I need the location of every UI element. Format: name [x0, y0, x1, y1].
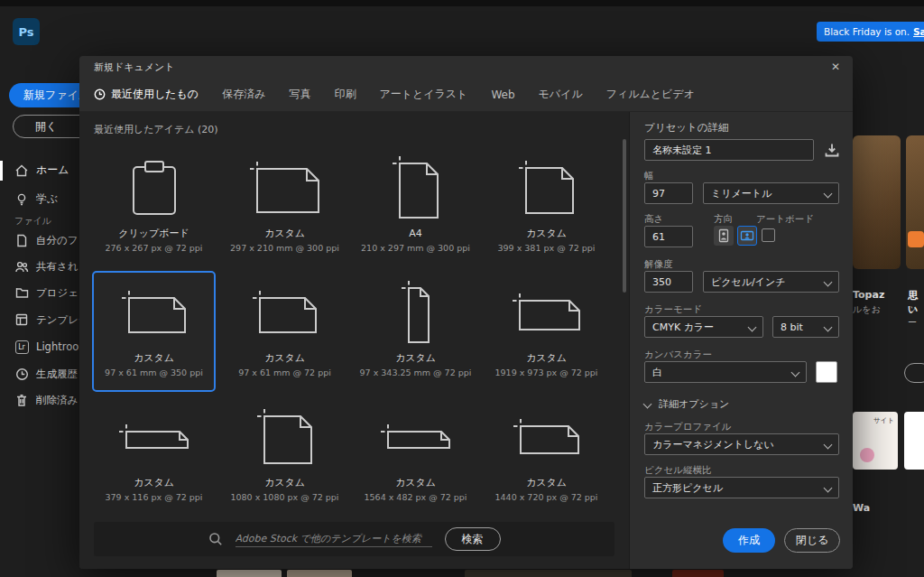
tab-saved[interactable]: 保存済み	[210, 78, 277, 112]
document-icon	[486, 273, 606, 352]
close-icon[interactable]: ✕	[827, 59, 844, 75]
clock-icon	[94, 88, 106, 100]
background-thumbnail[interactable]	[906, 135, 924, 269]
tab-label: アートとイラスト	[379, 87, 467, 102]
preset-details-title: プリセットの詳細	[644, 121, 729, 135]
promo-save-link[interactable]: Save	[913, 26, 924, 37]
preset-card[interactable]: クリップボード 276 x 267 px @ 72 ppi	[92, 146, 216, 267]
tab-mobile[interactable]: モバイル	[527, 78, 595, 112]
background-thumbnail[interactable]	[287, 570, 352, 577]
search-icon	[208, 532, 223, 546]
dialog-tabbar: 最近使用したもの 保存済み 写真 印刷 アートとイラスト Web モバイル フィ…	[79, 78, 853, 112]
preset-card-selected[interactable]: カスタム 97 x 61 mm @ 350 ppi	[92, 271, 216, 392]
preset-card[interactable]: カスタム 1080 x 1080 px @ 72 ppi	[223, 396, 346, 517]
width-input[interactable]	[644, 182, 693, 204]
save-preset-button[interactable]	[821, 139, 843, 161]
promo-text: Black Friday is on.	[824, 26, 910, 37]
pixel-aspect-label: ピクセル縦横比	[644, 464, 711, 477]
document-icon	[225, 397, 345, 477]
tab-art[interactable]: アートとイラスト	[367, 78, 479, 112]
sidebar-item-templates[interactable]: テンプレー	[14, 312, 79, 327]
preset-card[interactable]: カスタム 97 x 61 mm @ 72 ppi	[223, 271, 346, 392]
chevron-down-icon	[824, 277, 833, 286]
chevron-down-icon	[824, 483, 833, 492]
tab-film[interactable]: フィルムとビデオ	[595, 78, 707, 112]
sidebar-item-lightroom[interactable]: Lr Lightroo	[14, 340, 79, 354]
close-dialog-button[interactable]: 閉じる	[784, 528, 840, 553]
height-input[interactable]	[644, 226, 693, 247]
tab-label: 印刷	[334, 87, 356, 102]
orientation-landscape-button[interactable]	[737, 226, 757, 246]
stock-search-input[interactable]	[236, 531, 432, 547]
sidebar-item-history[interactable]: 生成履歴	[14, 367, 79, 381]
search-button[interactable]: 検索	[445, 527, 501, 551]
color-profile-select[interactable]: カラーマネジメントしない	[644, 433, 839, 455]
color-mode-label: カラーモード	[644, 303, 702, 316]
pixel-aspect-select[interactable]: 正方形ピクセル	[644, 477, 839, 498]
create-button[interactable]: 作成	[723, 528, 775, 553]
preset-grid: クリップボード 276 x 267 px @ 72 ppi カスタム 297 x…	[88, 144, 612, 518]
document-icon	[486, 397, 606, 477]
canvas-color-value: 白	[652, 366, 662, 379]
canvas-color-swatch[interactable]	[816, 361, 837, 383]
preset-card[interactable]: カスタム 379 x 116 px @ 72 ppi	[92, 396, 216, 517]
sidebar-item-deleted[interactable]: 削除済み	[14, 393, 79, 407]
clipboard-icon	[94, 148, 214, 228]
document-icon	[225, 148, 345, 228]
background-thumbnail[interactable]	[904, 412, 924, 470]
active-item-indicator	[0, 161, 3, 181]
tab-web[interactable]: Web	[479, 78, 526, 112]
sidebar-item-label: Lightroo	[36, 340, 79, 353]
background-thumbnail[interactable]: サイト	[853, 412, 898, 470]
sidebar-item-shared[interactable]: 共有され	[14, 259, 79, 274]
sidebar-item-label: 削除済み	[36, 394, 78, 407]
chevron-down-icon	[748, 322, 757, 331]
tab-recent[interactable]: 最近使用したもの	[79, 78, 210, 112]
tab-print[interactable]: 印刷	[322, 78, 367, 112]
document-name-input[interactable]	[644, 139, 814, 161]
create-button-label: 作成	[738, 534, 760, 546]
sidebar-item-projects[interactable]: プロジェク	[14, 285, 79, 300]
tab-label: 写真	[289, 87, 310, 102]
document-icon	[356, 397, 476, 477]
canvas-color-select[interactable]: 白	[644, 361, 807, 383]
background-card-subtitle: ルをお	[853, 303, 881, 316]
dialog-titlebar: 新規ドキュメント ✕	[79, 56, 853, 78]
preset-card[interactable]: カスタム 97 x 343.25 mm @ 72 ppi	[354, 271, 477, 392]
sidebar-item-my-files[interactable]: 自分のフ	[14, 233, 79, 247]
open-label: 開く	[35, 119, 57, 135]
document-icon	[356, 148, 476, 228]
advanced-options-toggle[interactable]: 詳細オプション	[644, 397, 729, 411]
resolution-unit-select[interactable]: ピクセル/インチ	[703, 271, 839, 293]
promo-banner[interactable]: Black Friday is on. Save	[817, 22, 924, 42]
orientation-portrait-button[interactable]	[714, 226, 734, 246]
photoshop-logo-text: Ps	[18, 25, 33, 39]
preset-card[interactable]: カスタム 1440 x 720 px @ 72 ppi	[485, 396, 608, 517]
background-thumbnail[interactable]	[853, 135, 901, 269]
bit-depth-select[interactable]: 8 bit	[772, 316, 839, 338]
background-thumbnail[interactable]	[672, 570, 724, 577]
preset-card[interactable]: A4 210 x 297 mm @ 300 ppi	[354, 146, 477, 267]
width-unit-select[interactable]: ミリメートル	[703, 182, 839, 204]
canvas-color-label: カンバスカラー	[644, 349, 712, 361]
background-thumbnail[interactable]	[465, 570, 632, 577]
color-mode-select[interactable]: CMYK カラー	[644, 316, 763, 338]
tab-photo[interactable]: 写真	[277, 78, 322, 112]
preset-card[interactable]: カスタム 297 x 210 mm @ 300 ppi	[223, 146, 346, 267]
preset-card[interactable]: カスタム 1919 x 973 px @ 72 ppi	[485, 271, 608, 392]
folder-icon	[14, 285, 29, 300]
background-thumbnail[interactable]	[217, 570, 282, 577]
artboard-checkbox[interactable]	[762, 228, 775, 242]
scrollbar[interactable]	[623, 139, 626, 293]
sidebar-item-learn[interactable]: 学ぶ	[14, 191, 79, 207]
clock-icon	[14, 367, 29, 381]
sidebar-item-home[interactable]: ホーム	[14, 163, 79, 178]
lightroom-icon: Lr	[14, 340, 29, 354]
background-card-title: Topaz	[853, 289, 884, 301]
resolution-input[interactable]	[644, 271, 693, 293]
dialog-title: 新規ドキュメント	[94, 60, 175, 74]
close-button-label: 閉じる	[796, 534, 829, 546]
background-pill-button[interactable]	[904, 363, 924, 383]
preset-card[interactable]: カスタム 399 x 381 px @ 72 ppi	[485, 146, 608, 267]
preset-card[interactable]: カスタム 1564 x 482 px @ 72 ppi	[354, 396, 477, 517]
